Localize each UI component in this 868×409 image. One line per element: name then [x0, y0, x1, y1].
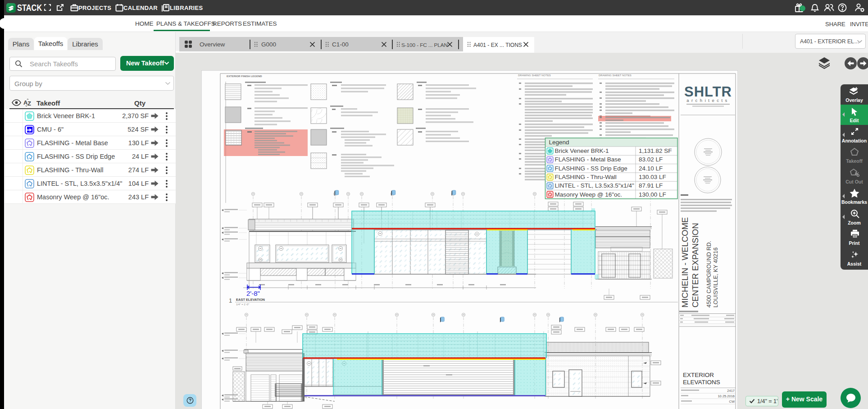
svg-text:SHLTR: SHLTR	[684, 84, 732, 100]
svg-text:DRAWING SHEET NOTES: DRAWING SHEET NOTES	[518, 74, 551, 77]
svg-text:CENTER EXPANSION: CENTER EXPANSION	[691, 223, 700, 308]
svg-text:1,131.82 SF: 1,131.82 SF	[639, 147, 672, 154]
svg-text:MICHELIN - WELCOME: MICHELIN - WELCOME	[680, 217, 690, 308]
svg-text:130.03 LF: 130.03 LF	[639, 174, 666, 180]
svg-text:Brick Veneer BRK-1: Brick Veneer BRK-1	[555, 147, 609, 154]
svg-text:83.02 LF: 83.02 LF	[639, 156, 663, 163]
svg-text:2417: 2417	[727, 389, 735, 393]
svg-text:24.10 LF: 24.10 LF	[639, 165, 663, 172]
svg-text:Masonry Weep @ 16"oc.: Masonry Weep @ 16"oc.	[555, 191, 623, 198]
svg-text:FLASHING - Metal Base: FLASHING - Metal Base	[555, 156, 621, 163]
svg-text:Z: Z	[27, 100, 31, 107]
svg-text:10.25.2016: 10.25.2016	[718, 394, 735, 398]
svg-text:LINTEL - STL, L3.5x3.5"x1/4": LINTEL - STL, L3.5x3.5"x1/4"	[555, 182, 635, 189]
svg-text:architects: architects	[686, 98, 730, 103]
svg-text:CW: CW	[729, 400, 735, 404]
svg-text:Legend: Legend	[549, 139, 569, 146]
svg-text:1: 1	[229, 297, 232, 304]
svg-text:87.91 LF: 87.91 LF	[639, 182, 663, 189]
svg-text:130.00 LF: 130.00 LF	[639, 191, 666, 198]
svg-text:EXTERIOR FINISH LEGEND: EXTERIOR FINISH LEGEND	[227, 75, 262, 78]
svg-text:2'-8": 2'-8"	[246, 290, 260, 297]
svg-text:LOUISVILLE, KY 40216: LOUISVILLE, KY 40216	[713, 248, 719, 308]
svg-text:EAST ELEVATION: EAST ELEVATION	[236, 298, 265, 302]
svg-text:ELEVATIONS: ELEVATIONS	[683, 379, 720, 386]
svg-text:4500 CAMPGROUND RD.: 4500 CAMPGROUND RD.	[706, 241, 712, 308]
svg-text:DRAWING SHEET NOTES: DRAWING SHEET NOTES	[599, 74, 632, 77]
svg-text:FLASHING - Thru-Wall: FLASHING - Thru-Wall	[555, 174, 617, 180]
svg-text:EXTERIOR: EXTERIOR	[683, 372, 714, 378]
svg-text:1/4" = 1'-0": 1/4" = 1'-0"	[236, 303, 249, 306]
svg-text:FLASHING - SS Drip Edge: FLASHING - SS Drip Edge	[555, 165, 627, 172]
